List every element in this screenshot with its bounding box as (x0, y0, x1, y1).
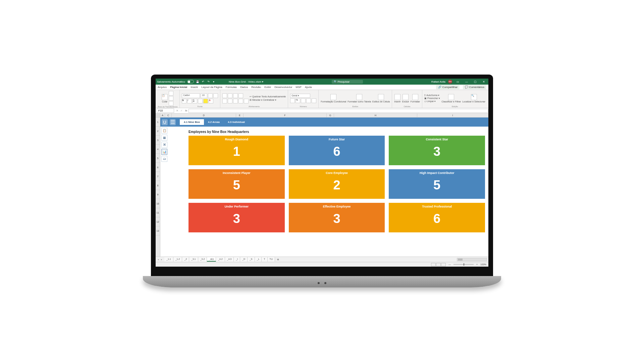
inc-decimal-icon[interactable] (306, 98, 311, 103)
side-grid-icon[interactable]: ▦ (161, 135, 167, 141)
menu-pagina-inicial[interactable]: Página Inicial (170, 86, 187, 89)
sheet-tab[interactable]: _3.2 (198, 257, 207, 262)
paste-button[interactable]: 📋Colar (162, 94, 168, 103)
side-report-icon[interactable]: 🗂 (161, 156, 167, 162)
row-header[interactable]: 5 (156, 154, 160, 163)
ribbon-display-icon[interactable]: ▭ (455, 80, 461, 83)
menu-layout[interactable]: Layout da Página (202, 86, 222, 89)
sheet-nav-first-icon[interactable]: ◂ (157, 258, 160, 261)
col-header-h[interactable]: H (334, 114, 417, 117)
align-middle-icon[interactable] (228, 93, 232, 98)
comments-button[interactable]: 💬 Comentários (463, 85, 486, 89)
minimize-button[interactable]: — (464, 80, 470, 83)
menu-inserir[interactable]: Inserir (191, 86, 198, 89)
delete-cells-button[interactable]: Excluir (402, 94, 409, 103)
ninebox-cell[interactable]: Inconsistent Player5 (189, 169, 285, 199)
menu-formulas[interactable]: Fórmulas (226, 86, 237, 89)
sheet-tab[interactable]: _1.1 (164, 257, 173, 262)
menu-desenvolvedor[interactable]: Desenvolvedor (274, 86, 292, 89)
col-header-d[interactable]: D (172, 114, 236, 117)
dash-tab-areas[interactable]: 4.2 Areas (204, 119, 224, 125)
col-header-a[interactable]: A (160, 114, 165, 117)
sheet-tab[interactable]: TU (268, 257, 275, 262)
close-button[interactable]: ✕ (481, 80, 487, 83)
ninebox-cell[interactable]: Trusted Professional6 (389, 203, 485, 232)
dec-decimal-icon[interactable] (312, 98, 316, 103)
filename[interactable]: Nine-Box-Grid - Video.xlsm ▾ (229, 80, 263, 83)
sheet-tab[interactable]: _4.1 (207, 257, 216, 262)
row-header[interactable]: 1 (156, 118, 160, 127)
font-color-button[interactable]: A (209, 99, 213, 103)
horizontal-scrollbar[interactable] (457, 258, 487, 261)
cancel-formula-icon[interactable]: ✕ (175, 109, 179, 112)
wrap-text-button[interactable]: ↩ Quebrar Texto Automaticamente (250, 95, 286, 98)
font-size-select[interactable]: 10 (201, 93, 207, 98)
sheet-tab[interactable]: _L (255, 257, 262, 262)
ninebox-cell[interactable]: Consistent Star3 (389, 136, 485, 165)
align-left-icon[interactable] (222, 99, 227, 103)
zoom-out-button[interactable]: — (448, 263, 451, 266)
qat-dropdown-icon[interactable]: ▾ (212, 80, 215, 83)
align-center-icon[interactable] (228, 99, 232, 103)
undo-icon[interactable]: ↶ (201, 80, 205, 83)
indent-inc-icon[interactable] (244, 99, 249, 103)
fill-button[interactable]: ▣ Preencher ▾ (424, 97, 440, 100)
fx-button[interactable]: fx (184, 109, 189, 112)
user-avatar[interactable]: RA (448, 80, 452, 84)
sheet-tab[interactable]: _4.2 (216, 257, 225, 262)
cut-icon[interactable] (169, 91, 173, 96)
logo-icon[interactable]: ∪ (162, 119, 168, 125)
ninebox-cell[interactable]: Future Star6 (289, 136, 385, 165)
page-break-view-icon[interactable] (441, 263, 446, 266)
new-sheet-button[interactable]: ⊕ (275, 258, 281, 261)
side-tree-icon[interactable]: ⌘ (161, 142, 167, 148)
side-chart-icon[interactable]: 📊 (161, 149, 167, 155)
row-header[interactable]: 9 (156, 190, 160, 199)
increase-font-icon[interactable] (208, 93, 213, 98)
conditional-format-button[interactable]: Formatação Condicional (321, 94, 346, 103)
align-top-icon[interactable] (222, 93, 227, 98)
cell-styles-button[interactable]: Estilos de Célula (372, 94, 390, 103)
menu-ajuda[interactable]: Ajuda (305, 86, 312, 89)
col-header-f[interactable]: F (244, 114, 327, 117)
dash-tab-ninebox[interactable]: 4.1 Nine Box (180, 119, 204, 125)
col-header-e[interactable]: E (236, 114, 244, 117)
zoom-in-button[interactable]: + (476, 263, 478, 266)
ninebox-cell[interactable]: Under Performer3 (189, 203, 285, 232)
format-as-table-button[interactable]: Formatar como Tabela (347, 94, 371, 103)
ninebox-cell[interactable]: High Impact Contributor5 (389, 169, 485, 199)
sheet-nav-last-icon[interactable]: ▸ (160, 258, 163, 261)
fill-color-button[interactable] (203, 99, 208, 103)
share-button[interactable]: 🔗 Compartilhar (436, 85, 460, 89)
sheet-tab[interactable]: _D (240, 257, 248, 262)
align-right-icon[interactable] (233, 99, 238, 103)
col-header-g[interactable]: G (327, 114, 334, 117)
page-layout-view-icon[interactable] (436, 263, 441, 266)
sheet-tab[interactable]: _1.2 (173, 257, 182, 262)
format-painter-icon[interactable] (169, 101, 173, 106)
menu-dados[interactable]: Dados (240, 86, 248, 89)
underline-button[interactable]: S (193, 99, 197, 103)
row-header[interactable]: 8 (156, 181, 160, 190)
menu-exibir[interactable]: Exibir (264, 86, 271, 89)
number-format-select[interactable]: Geral ▾ (290, 94, 310, 98)
merge-center-button[interactable]: ⊞ Mesclar e Centralizar ▾ (250, 99, 286, 101)
row-header[interactable]: 7 (156, 172, 160, 181)
row-header[interactable]: 4 (156, 145, 160, 154)
enter-formula-icon[interactable]: ✓ (179, 109, 184, 112)
dash-tab-individual[interactable]: 4.3 Individual (224, 119, 249, 125)
col-header-c[interactable]: C (165, 114, 172, 117)
user-name[interactable]: Rafael Avila (431, 80, 445, 83)
row-header[interactable]: 11 (156, 208, 160, 217)
format-cells-button[interactable]: Formatar (411, 94, 420, 103)
sheet-tab[interactable]: _4.3 (225, 257, 234, 262)
comma-icon[interactable] (301, 98, 306, 103)
bold-button[interactable]: N (182, 99, 186, 103)
currency-icon[interactable] (290, 98, 295, 103)
zoom-slider[interactable] (453, 264, 474, 265)
row-header[interactable]: 3 (156, 136, 160, 145)
menu-icon[interactable]: ☰ (170, 119, 176, 125)
ninebox-cell[interactable]: Effective Employee3 (289, 203, 385, 232)
sheet-tab[interactable]: T (262, 257, 267, 262)
search-box[interactable]: 🔍 Pesquisar (332, 80, 363, 84)
